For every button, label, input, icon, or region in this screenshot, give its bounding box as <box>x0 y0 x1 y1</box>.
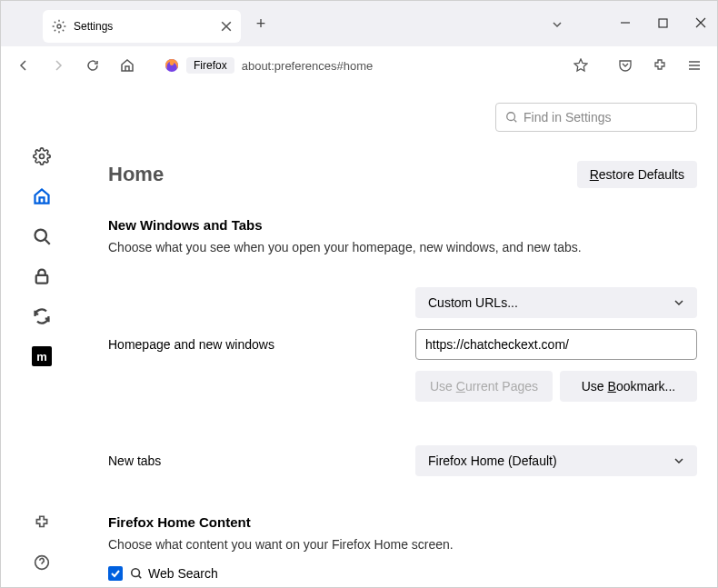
url-bar[interactable]: Firefox about:preferences#home <box>155 51 597 80</box>
newtabs-select[interactable]: Firefox Home (Default) <box>415 445 697 476</box>
titlebar: Settings + <box>1 1 717 46</box>
new-tab-button[interactable]: + <box>248 11 274 36</box>
section-heading-windows-tabs: New Windows and Tabs <box>108 217 697 233</box>
back-button[interactable] <box>10 52 37 79</box>
extensions-sidebar-icon[interactable] <box>32 513 52 533</box>
restore-defaults-button[interactable]: Restore Defaults <box>577 161 697 188</box>
help-icon[interactable] <box>32 553 52 573</box>
gear-icon[interactable] <box>32 146 52 166</box>
use-bookmark-button[interactable]: Use Bookmark... <box>560 371 697 402</box>
gear-icon <box>52 19 66 34</box>
search-icon <box>505 111 518 124</box>
section-desc: Choose what content you want on your Fir… <box>108 537 697 552</box>
svg-point-3 <box>40 154 45 159</box>
chevron-down-icon <box>673 297 684 308</box>
use-current-pages-button: Use Current Pages <box>415 371 553 402</box>
firefox-tag: Firefox <box>186 57 234 74</box>
sidebar: m <box>1 85 83 587</box>
svg-point-0 <box>57 25 61 28</box>
menu-icon[interactable] <box>681 52 708 79</box>
close-icon[interactable] <box>221 21 232 32</box>
m-icon[interactable]: m <box>32 346 52 366</box>
lock-icon[interactable] <box>32 266 52 286</box>
svg-rect-1 <box>659 19 667 27</box>
star-icon[interactable] <box>573 58 588 73</box>
svg-rect-5 <box>36 275 48 284</box>
chevron-down-icon[interactable] <box>552 17 563 34</box>
home-icon[interactable] <box>32 186 52 206</box>
maximize-button[interactable] <box>658 17 668 31</box>
pocket-icon[interactable] <box>612 52 639 79</box>
sync-icon[interactable] <box>32 306 52 326</box>
websearch-label: Web Search <box>130 566 218 581</box>
forward-button[interactable] <box>45 52 72 79</box>
homepage-select[interactable]: Custom URLs... <box>415 287 697 318</box>
homepage-url-input[interactable] <box>415 329 697 360</box>
homepage-label: Homepage and new windows <box>108 337 415 352</box>
page-title: Home <box>108 163 164 186</box>
tab-settings[interactable]: Settings <box>43 10 241 43</box>
firefox-icon <box>165 58 179 73</box>
newtabs-label: New tabs <box>108 453 415 468</box>
svg-point-4 <box>35 230 47 242</box>
svg-point-8 <box>132 569 140 577</box>
content: Find in Settings Home Restore Defaults N… <box>83 85 717 587</box>
svg-point-7 <box>507 113 515 121</box>
toolbar: Firefox about:preferences#home <box>1 46 717 85</box>
minimize-button[interactable] <box>620 17 631 31</box>
tab-label: Settings <box>74 20 221 33</box>
reload-button[interactable] <box>79 52 106 79</box>
search-icon <box>130 567 143 580</box>
extensions-icon[interactable] <box>646 52 673 79</box>
url-text: about:preferences#home <box>242 59 374 73</box>
websearch-checkbox[interactable] <box>108 566 123 581</box>
section-heading-home-content: Firefox Home Content <box>108 514 697 530</box>
close-button[interactable] <box>695 17 706 31</box>
section-desc: Choose what you see when you open your h… <box>108 240 697 254</box>
find-settings-input[interactable]: Find in Settings <box>495 103 697 132</box>
chevron-down-icon <box>673 455 684 466</box>
home-button[interactable] <box>114 52 141 79</box>
search-icon[interactable] <box>32 226 52 246</box>
